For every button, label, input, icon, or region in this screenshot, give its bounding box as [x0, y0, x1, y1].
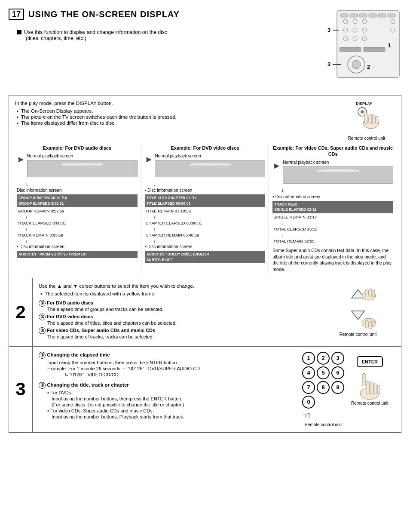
col2-info-bar: TITLE 01/10 CHAPTER 01 /10 TITLE ELAPSED… [145, 194, 266, 207]
numpad-btn-2[interactable]: 2 [317, 352, 330, 365]
step2-number: 2 [9, 278, 33, 346]
svg-rect-18 [340, 47, 361, 52]
example-col2-title: Example: For DVD video discs [145, 145, 266, 151]
description-main: Use this function to display and change … [24, 29, 167, 35]
numpad-btn-1[interactable]: 1 [302, 352, 315, 365]
intro-text-area: In the play mode, press the DISPLAY butt… [9, 95, 332, 145]
step3-circle-2: ② [39, 382, 46, 389]
step2-item3-desc: The elapsed time of tracks, tracks can b… [39, 334, 309, 339]
numpad-btn-7[interactable]: 7 [302, 381, 315, 394]
col1-disc-info-1: Disc information screen [17, 188, 138, 193]
enter-key[interactable]: ENTER [357, 356, 383, 367]
step2-item2-title: For DVD video discs [47, 314, 93, 319]
col1-info-bar-line2: GROUP ELAPSED 0:00:01 [18, 201, 136, 206]
step3-row: 3 ① Changing the elapsed time Input usin… [9, 346, 401, 432]
title-section: 17 USING THE ON-SCREEN DISPLAY Use this … [9, 9, 315, 41]
example-col-3: Example: For video CDs, Super audio CDs … [269, 145, 397, 273]
numpad-hand-icon: ☜ [302, 410, 344, 421]
step3-remote-label1: Remote control unit [302, 422, 344, 427]
numpad-area: 1 2 3 4 5 6 7 8 9 [302, 352, 344, 427]
numpad-btn-6[interactable]: 6 [331, 366, 344, 379]
intro-bullet-2: The picture on the TV screen switches ea… [15, 114, 326, 120]
svg-rect-5 [378, 14, 386, 17]
description-sub: (titles, chapters, time, etc.) [24, 35, 167, 41]
svg-rect-49 [374, 384, 377, 394]
numpad-btn-5[interactable]: 5 [317, 366, 330, 379]
step2-bullet: The selected item is displayed with a ye… [39, 291, 309, 296]
step3-item2-sub1-note: (For some discs it is not possible to ch… [39, 402, 292, 407]
step2-item1-desc: The elapsed time of groups and tracks ca… [39, 307, 309, 312]
np-zero-row: 0 [302, 396, 344, 409]
step3-item2-sub2: • For video CDs, Super audio CDs and mus… [39, 408, 292, 413]
col3-arrow-down-3: ↓ [272, 233, 393, 237]
svg-rect-3 [359, 14, 367, 17]
step3-item2-sub1-desc: Input using the number buttons, then pre… [39, 396, 292, 401]
section-number: 17 [9, 9, 24, 20]
col1-screen-hump [61, 162, 104, 166]
col3-side-note: Some Super audio CDs contain text data. … [272, 247, 393, 273]
col1-arrow-down-3: ↓ [17, 227, 138, 231]
step2-item1-title: For DVD audio discs [47, 300, 93, 305]
step2-row: 2 Use the ▲ and ▼ cursor buttons to sele… [9, 278, 401, 346]
svg-rect-44 [369, 321, 372, 329]
step3-item2-title: Changing the title, track or chapter [47, 382, 129, 387]
numpad-btn-3[interactable]: 3 [331, 352, 344, 365]
step2-circle-1: ① [39, 300, 46, 307]
svg-rect-47 [366, 381, 370, 394]
col1-disc-info-2: • Disc information screen [17, 244, 138, 249]
col1-normal-screen [27, 160, 138, 177]
col3-info-bar-line2: SINGLE ELAPSED 02:11 [274, 207, 392, 212]
step3-item2-sub2-desc: Input using the number buttons. Playback… [39, 414, 292, 419]
col2-info-bar-line1: TITLE 01/10 CHAPTER 01 /10 [147, 195, 264, 201]
enter-remote-area: ENTER [351, 356, 389, 406]
step2-item2-desc: The elapsed time of titles, titles and c… [39, 320, 309, 326]
svg-marker-41 [352, 311, 364, 320]
page-title: USING THE ON-SCREEN DISPLAY [28, 9, 180, 19]
examples-row: Example: For DVD audio discs ► Normal pl… [9, 145, 401, 278]
step2-remote-area: Remote control unit [315, 278, 401, 346]
svg-point-30 [361, 110, 364, 114]
step2-remote-svg [334, 287, 382, 330]
col3-normal-screen [283, 166, 393, 184]
svg-text:DISPLAY: DISPLAY [356, 101, 372, 106]
step2-remote-label: Remote control unit [340, 332, 377, 337]
col1-row2: TRACK ELAPSED 0:00:01 [17, 220, 138, 226]
numpad-btn-4[interactable]: 4 [302, 366, 315, 379]
col3-row1: SINGLE REMAIN 03:17 [272, 214, 393, 220]
step3-item1: ① Changing the elapsed time Input using … [39, 352, 292, 378]
svg-rect-34 [372, 115, 375, 123]
arrow-right-col2: ► [145, 154, 153, 164]
numpad-btn-8[interactable]: 8 [317, 381, 330, 394]
remote-area: DISPLAY Remote control unit [332, 95, 401, 145]
numpad-btn-9[interactable]: 9 [331, 381, 344, 394]
svg-rect-33 [369, 114, 372, 123]
page-wrapper: 17 USING THE ON-SCREEN DISPLAY Use this … [9, 9, 401, 433]
numpad-btn-0[interactable]: 0 [302, 396, 315, 409]
col2-arrow-down-2: ↓ [145, 215, 266, 219]
col3-screen-hump [317, 169, 359, 172]
remote-label: Remote control unit [348, 136, 386, 141]
col1-info-bar2-text: AUDIO 1/1 : PPCM 5.1 ch/ 96 kHz/24 BIT [18, 252, 136, 257]
col2-info-bar-line2: TITLE ELAPSED 00:00:01 [147, 201, 264, 206]
col2-row2: CHAPTER ELAPSED 00:00:01 [145, 220, 266, 226]
svg-rect-43 [365, 320, 368, 328]
col3-arrow-down-2: ↓ [272, 221, 393, 225]
step2-item1: ① For DVD audio discs The elapsed time o… [39, 300, 309, 312]
svg-rect-48 [370, 382, 373, 394]
title-box: 17 USING THE ON-SCREEN DISPLAY [9, 9, 180, 20]
col1-arrow-down-2: ↓ [17, 215, 138, 219]
step3-item1-title: Changing the elapsed time [47, 352, 110, 357]
svg-rect-45 [372, 320, 375, 327]
col2-normal-label: Normal playback screen [155, 154, 265, 158]
col3-info-bar-line1: TRACK 05/10 [274, 202, 392, 207]
step3-remote-label2: Remote control unit [351, 401, 389, 406]
col3-row3: TOTAL REMAIN 32:05 [272, 238, 393, 244]
col2-row3: CHAPTER REMAIN 00:40:59 [145, 232, 266, 238]
svg-rect-4 [369, 14, 376, 17]
step3-content-td: ① Changing the elapsed time Input using … [33, 346, 401, 432]
col3-normal-label: Normal playback screen [283, 160, 393, 165]
col1-arrow-down-4: ↓ [17, 239, 138, 243]
step2-item3-title: For video CDs, Super audio CDs and music… [47, 328, 155, 333]
svg-rect-39 [369, 289, 372, 296]
page-header: 17 USING THE ON-SCREEN DISPLAY Use this … [9, 9, 401, 87]
